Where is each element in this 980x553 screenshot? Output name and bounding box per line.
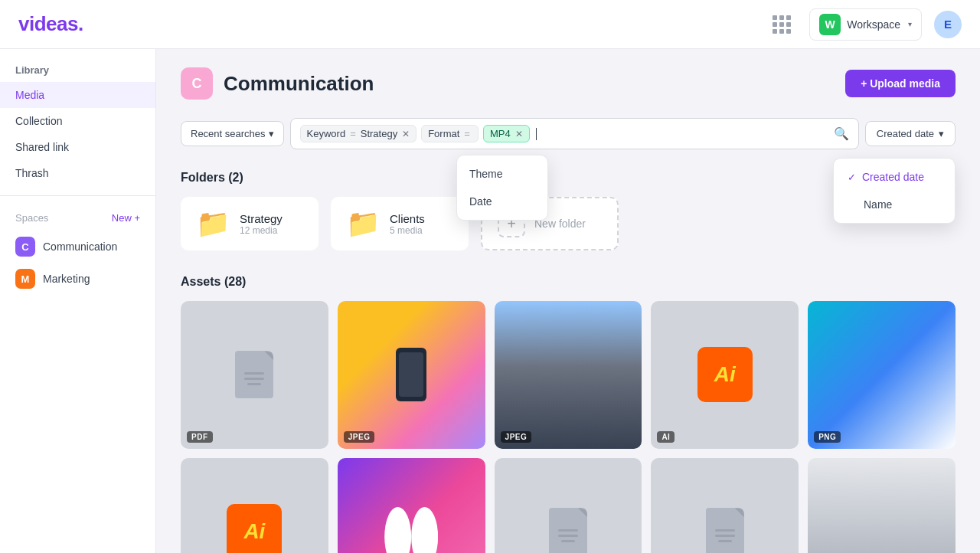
sidebar-item-shared-link[interactable]: Shared link <box>0 134 155 160</box>
keyword-remove-icon[interactable]: ✕ <box>402 129 410 139</box>
sidebar: Library Media Collection Shared link Thr… <box>0 49 156 553</box>
asset-card-ai-2[interactable]: Ai AI <box>181 458 328 553</box>
topnav: videas. W Workspace ▾ E <box>0 0 980 49</box>
folder-name-clients: Clients <box>390 212 425 225</box>
sort-button[interactable]: Created date ▾ <box>865 121 956 146</box>
keyword-label: Keyword <box>307 128 346 139</box>
asset-badge-png-blue: PNG <box>814 431 841 443</box>
asset-card-pdf-2[interactable]: PDF <box>495 458 642 553</box>
folder-card-strategy[interactable]: 📁 Strategy 12 media <box>181 197 318 250</box>
asset-thumb-jpeg-man <box>808 458 956 553</box>
sort-option-label-created: Created date <box>862 171 924 183</box>
asset-badge-jpeg-office: JPEG <box>501 431 532 443</box>
mp4-value: MP4 <box>490 128 511 139</box>
space-badge-communication: C <box>15 237 35 257</box>
assets-grid: PDF JPEG JPEG Ai AI <box>181 301 956 553</box>
search-bar[interactable]: Keyword = Strategy ✕ Format = MP4 ✕ 🔍 <box>290 118 859 149</box>
folder-meta-strategy: 12 media <box>240 225 283 236</box>
asset-card-jpeg-phone[interactable]: JPEG <box>338 301 485 449</box>
search-bar-container: Recent searches ▾ Keyword = Strategy ✕ F… <box>181 118 956 149</box>
avatar[interactable]: E <box>934 11 962 38</box>
sort-container: Created date ▾ ✓ Created date Name <box>865 121 956 146</box>
asset-thumb-pdf-2 <box>495 458 642 553</box>
search-icon[interactable]: 🔍 <box>834 126 849 141</box>
sort-label: Created date <box>877 128 934 139</box>
content-area: C Communication + Upload media Recent se… <box>156 49 980 553</box>
format-dropdown: Theme Date <box>456 155 548 221</box>
format-filter-chip[interactable]: Format = <box>421 125 479 142</box>
folder-icon-strategy: 📁 <box>196 208 230 240</box>
keyword-filter-chip[interactable]: Keyword = Strategy ✕ <box>300 125 417 142</box>
sidebar-item-media[interactable]: Media <box>0 82 155 108</box>
page-icon: C <box>181 67 213 100</box>
format-option-date[interactable]: Date <box>457 188 547 215</box>
asset-thumb-jpeg-phone <box>338 301 485 449</box>
workspace-label: Workspace <box>847 18 900 31</box>
asset-card-png-blue[interactable]: PNG <box>808 301 956 449</box>
sort-chevron-icon: ▾ <box>939 128 944 139</box>
asset-thumb-pdf-1 <box>181 301 328 449</box>
spaces-header: Spaces New + <box>0 205 155 231</box>
folder-meta-clients: 5 media <box>390 225 425 236</box>
sort-option-label-name: Name <box>864 198 892 211</box>
asset-card-pdf-1[interactable]: PDF <box>181 301 328 449</box>
upload-media-button[interactable]: + Upload media <box>845 70 956 97</box>
asset-badge-jpeg-phone: JPEG <box>344 431 375 443</box>
keyword-value: Strategy <box>361 128 397 139</box>
assets-section-title: Assets (28) <box>181 275 956 289</box>
library-label: Library <box>0 64 155 82</box>
sidebar-divider <box>0 195 155 196</box>
sidebar-item-collection[interactable]: Collection <box>0 108 155 134</box>
sort-option-name[interactable]: Name <box>834 191 955 218</box>
mp4-filter-chip[interactable]: MP4 ✕ <box>483 125 530 142</box>
keyword-eq: = <box>350 128 356 139</box>
folder-info-strategy: Strategy 12 media <box>240 212 283 236</box>
content-header: C Communication + Upload media <box>181 67 956 100</box>
asset-badge-ai-1: AI <box>657 431 675 443</box>
ai-illustrator-icon-1: Ai <box>697 347 753 402</box>
format-option-theme[interactable]: Theme <box>457 160 547 188</box>
check-icon: ✓ <box>848 172 856 183</box>
sort-dropdown: ✓ Created date Name <box>833 158 956 224</box>
format-eq: = <box>464 128 470 139</box>
space-label-communication: Communication <box>43 241 117 253</box>
asset-badge-pdf-1: PDF <box>187 431 213 443</box>
asset-card-jpeg-office[interactable]: JPEG <box>495 301 642 449</box>
page-title-row: C Communication <box>181 67 374 100</box>
asset-thumb-mp4-purple <box>338 458 485 553</box>
ai-illustrator-icon-2: Ai <box>227 504 282 553</box>
asset-thumb-png-blue <box>808 301 956 449</box>
workspace-icon: W <box>819 14 841 35</box>
chevron-down-icon: ▾ <box>908 20 912 28</box>
spaces-label: Spaces <box>15 212 48 224</box>
grid-icon[interactable] <box>773 15 791 34</box>
asset-card-doc[interactable]: DOC <box>651 458 799 553</box>
asset-card-jpeg-man[interactable]: JPEG <box>808 458 956 553</box>
recent-searches-button[interactable]: Recent searches ▾ <box>181 121 284 146</box>
space-item-communication[interactable]: C Communication <box>0 231 155 263</box>
space-badge-marketing: M <box>15 269 35 289</box>
workspace-button[interactable]: W Workspace ▾ <box>809 8 922 41</box>
recent-chevron-icon: ▾ <box>269 128 274 139</box>
format-label: Format <box>428 128 459 139</box>
asset-card-ai-1[interactable]: Ai AI <box>651 301 799 449</box>
asset-card-mp4-purple[interactable]: MP4 <box>338 458 485 553</box>
asset-thumb-jpeg-office <box>495 301 642 449</box>
asset-thumb-doc <box>651 458 799 553</box>
mp4-remove-icon[interactable]: ✕ <box>515 129 523 139</box>
sort-option-created-date[interactable]: ✓ Created date <box>834 163 955 191</box>
recent-searches-label: Recent searches <box>191 128 266 139</box>
asset-thumb-ai-2: Ai <box>181 458 328 553</box>
folder-name-strategy: Strategy <box>240 212 283 225</box>
search-cursor <box>536 128 537 140</box>
spaces-new-button[interactable]: New + <box>112 212 140 224</box>
space-item-marketing[interactable]: M Marketing <box>0 263 155 295</box>
logo: videas. <box>18 12 83 36</box>
asset-thumb-ai-1: Ai <box>651 301 799 449</box>
folder-card-clients[interactable]: 📁 Clients 5 media <box>331 197 469 250</box>
space-label-marketing: Marketing <box>43 273 90 285</box>
page-title: Communication <box>224 72 374 96</box>
main-layout: Library Media Collection Shared link Thr… <box>0 49 980 553</box>
folder-info-clients: Clients 5 media <box>390 212 425 236</box>
sidebar-item-thrash[interactable]: Thrash <box>0 160 155 186</box>
